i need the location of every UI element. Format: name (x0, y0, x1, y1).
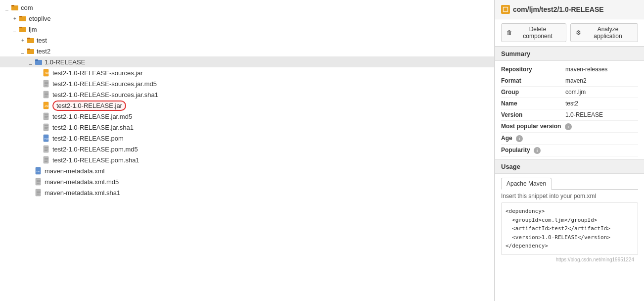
repository-value: maven-releases (565, 66, 607, 73)
expand-icon-1.0-release[interactable]: ⎯ (28, 59, 34, 65)
expand-icon-test[interactable]: + (20, 37, 26, 43)
detail-title: com/ljm/test2/1.0-RELEASE (513, 5, 604, 13)
expand-icon-etoplive[interactable]: + (12, 15, 18, 21)
summary-row-age: Age i (501, 133, 638, 145)
sha1-file-icon (43, 91, 50, 99)
tree-item-sources-jar-sha1[interactable]: + test2-1.0-RELEASE-sources.jar.sha1 (0, 89, 494, 100)
md5-file-icon-3 (43, 145, 50, 153)
svg-rect-53 (504, 8, 507, 11)
expand-icon-ljm[interactable]: ⎯ (12, 26, 18, 32)
popularity-info-icon[interactable]: i (534, 147, 541, 154)
tree-item-ljm[interactable]: ⎯ ljm (0, 24, 494, 35)
svg-text:POM: POM (45, 138, 49, 140)
analyze-label: Analyze application (583, 26, 633, 40)
tree-label-test2: test2 (37, 48, 50, 55)
tree-label-release-jar: test2-1.0-RELEASE.jar (52, 100, 126, 111)
delete-component-button[interactable]: 🗑 Delete component (501, 23, 566, 42)
tree-item-1.0-release[interactable]: ⎯ 1.0-RELEASE (0, 56, 494, 67)
usage-description: Insert this snippet into your pom.xml (501, 193, 638, 200)
expand-icon-com[interactable]: ⎯ (4, 4, 10, 10)
tree-label-maven-metadata: maven-metadata.xml (45, 167, 104, 175)
tree-label-maven-metadata-sha1: maven-metadata.xml.sha1 (45, 189, 120, 197)
release-jar-file-icon: JAR (43, 101, 50, 109)
folder-icon-etoplive (19, 14, 27, 22)
expand-icon-test2[interactable]: ⎯ (20, 48, 26, 54)
format-label: Format (501, 77, 565, 84)
summary-row-repository: Repository maven-releases (501, 64, 638, 75)
tree-label-release-jar-md5: test2-1.0-RELEASE.jar.md5 (52, 113, 132, 120)
tree-label-release-pom: test2-1.0-RELEASE.pom (52, 135, 124, 142)
tree-item-test2[interactable]: ⎯ test2 (0, 46, 494, 56)
popularity-label: Popularity i (501, 147, 565, 154)
usage-code-block: <dependency> <groupId>com.ljm</groupId> … (501, 202, 638, 255)
svg-rect-3 (19, 16, 22, 17)
tree-item-release-jar-md5[interactable]: + test2-1.0-RELEASE.jar.md5 (0, 111, 494, 122)
tree-item-release-pom-md5[interactable]: + test2-1.0-RELEASE.pom.md5 (0, 144, 494, 154)
xml-file-icon: XML (35, 167, 43, 175)
repository-label: Repository (501, 66, 565, 73)
name-value: test2 (565, 100, 578, 107)
component-icon (501, 5, 510, 14)
tree-item-release-pom-sha1[interactable]: + test2-1.0-RELEASE.pom.sha1 (0, 154, 494, 165)
tree-item-test[interactable]: + test (0, 35, 494, 46)
tree-label-release-pom-sha1: test2-1.0-RELEASE.pom.sha1 (52, 156, 139, 164)
file-tree-panel: ⎯ com + etoplive ⎯ ljm + (0, 0, 495, 301)
tree-label-release-pom-md5: test2-1.0-RELEASE.pom.md5 (52, 146, 138, 153)
folder-icon-com (11, 3, 19, 11)
md5-file-icon-4 (35, 178, 43, 186)
svg-rect-7 (27, 38, 30, 39)
usage-section: Apache Maven Insert this snippet into yo… (495, 174, 644, 268)
tree-label-sources-jar-sha1: test2-1.0-RELEASE-sources.jar.sha1 (52, 91, 158, 99)
tree-label-ljm: ljm (29, 26, 37, 33)
summary-row-group: Group com.ljm (501, 87, 638, 98)
svg-rect-11 (35, 59, 38, 61)
tree-item-sources-jar-md5[interactable]: + test2-1.0-RELEASE-sources.jar.md5 (0, 78, 494, 89)
action-bar: 🗑 Delete component ⚙ Analyze application (495, 19, 644, 47)
most-popular-info-icon[interactable]: i (565, 123, 572, 130)
folder-icon-ljm (19, 25, 27, 33)
age-info-icon[interactable]: i (516, 135, 523, 142)
summary-row-name: Name test2 (501, 98, 638, 109)
name-label: Name (501, 100, 565, 107)
tree-item-release-jar-sha1[interactable]: + test2-1.0-RELEASE.jar.sha1 (0, 122, 494, 133)
svg-rect-9 (27, 49, 30, 50)
detail-panel: com/ljm/test2/1.0-RELEASE 🗑 Delete compo… (495, 0, 644, 301)
analyze-application-button[interactable]: ⚙ Analyze application (570, 23, 638, 42)
md5-file-icon (43, 80, 50, 88)
tree-item-etoplive[interactable]: + etoplive (0, 13, 494, 24)
format-value: maven2 (565, 77, 587, 84)
version-value: 1.0-RELEASE (565, 111, 603, 118)
svg-rect-1 (11, 5, 14, 6)
sha1-file-icon-4 (35, 189, 43, 197)
jar-file-icon: JAR (43, 69, 50, 77)
tree-label-release-jar-sha1: test2-1.0-RELEASE.jar.sha1 (52, 124, 134, 131)
summary-table: Repository maven-releases Format maven2 … (495, 61, 644, 159)
summary-row-version: Version 1.0-RELEASE (501, 109, 638, 121)
summary-row-most-popular: Most popular version i (501, 121, 638, 133)
detail-header: com/ljm/test2/1.0-RELEASE (495, 0, 644, 19)
tree-item-release-jar[interactable]: + JAR test2-1.0-RELEASE.jar (0, 100, 494, 111)
watermark: https://blog.csdn.net/ming19951224 (501, 255, 638, 264)
svg-text:XML: XML (36, 170, 41, 173)
svg-text:JAR: JAR (45, 104, 49, 107)
apache-maven-tab[interactable]: Apache Maven (501, 178, 552, 190)
file-tree: ⎯ com + etoplive ⎯ ljm + (0, 0, 494, 200)
tree-item-com[interactable]: ⎯ com (0, 2, 494, 13)
md5-file-icon-2 (43, 112, 50, 120)
tree-item-sources-jar[interactable]: + JAR test2-1.0-RELEASE-sources.jar (0, 67, 494, 78)
group-value: com.ljm (565, 89, 586, 96)
tree-label-1.0-release: 1.0-RELEASE (45, 58, 85, 66)
tree-label-test: test (37, 37, 47, 44)
tree-item-maven-metadata[interactable]: + XML maven-metadata.xml (0, 165, 494, 176)
summary-row-format: Format maven2 (501, 75, 638, 87)
tree-label-maven-metadata-md5: maven-metadata.xml.md5 (45, 178, 119, 186)
version-label: Version (501, 111, 565, 118)
usage-section-header: Usage (495, 159, 644, 174)
tree-item-maven-metadata-md5[interactable]: + maven-metadata.xml.md5 (0, 176, 494, 187)
tree-item-maven-metadata-sha1[interactable]: + maven-metadata.xml.sha1 (0, 187, 494, 198)
summary-row-popularity: Popularity i (501, 145, 638, 156)
most-popular-label: Most popular version i (501, 123, 572, 130)
age-label: Age i (501, 135, 565, 142)
trash-icon: 🗑 (506, 29, 512, 36)
tree-item-release-pom[interactable]: + POM test2-1.0-RELEASE.pom (0, 133, 494, 144)
